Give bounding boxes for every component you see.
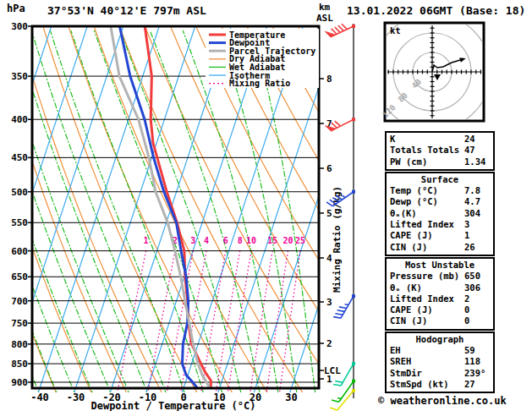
stats-box: SurfaceTemp (°C)7.8Dewp (°C)4.7θₑ(K)304L… <box>385 172 495 256</box>
pressure-tick-label: 700 <box>11 296 28 307</box>
stat-label: EH <box>390 345 464 356</box>
stat-value: 59 <box>464 345 475 356</box>
stat-value: 7.8 <box>464 185 480 196</box>
table-title: Hodograph <box>387 334 493 345</box>
pressure-tick-label: 400 <box>11 114 28 125</box>
stat-label: θₑ(K) <box>390 208 464 219</box>
stat-label: Totals Totals <box>390 145 464 156</box>
stat-value: 306 <box>464 282 480 293</box>
sounding-screenshot: 3003504004505005506006507007508008509001… <box>0 0 532 411</box>
stat-label: CAPE (J) <box>390 230 464 241</box>
pressure-tick-label: 900 <box>11 377 28 388</box>
stat-value: 24 <box>464 134 475 145</box>
table-row: Lifted Index2 <box>387 293 493 304</box>
mixing-ratio-line <box>279 251 300 398</box>
stat-label: Lifted Index <box>390 293 464 304</box>
stat-label: StmDir <box>390 368 464 379</box>
stat-label: Temp (°C) <box>390 185 464 196</box>
profile-parcel-trajectory <box>111 26 211 388</box>
table-row: SREH118 <box>387 356 493 367</box>
wet-adiabat-line <box>71 30 211 411</box>
stat-value: 304 <box>464 208 480 219</box>
table-row: θₑ (K)306 <box>387 282 493 293</box>
hodograph-unit-label: kt <box>390 25 401 36</box>
stat-label: CIN (J) <box>390 315 464 326</box>
stat-value: 3 <box>464 219 469 230</box>
table-row: StmDir239° <box>387 368 493 379</box>
mixing-ratio-line <box>227 251 251 398</box>
legend-label: Mixing Ratio <box>229 79 290 88</box>
altitude-tick-label: 6 <box>326 163 332 174</box>
stat-label: Pressure (mb) <box>390 271 464 282</box>
isotherm-line <box>38 26 159 392</box>
stat-label: StmSpd (kt) <box>390 379 464 390</box>
table-row: θₑ(K)304 <box>387 208 493 219</box>
table-row: Temp (°C)7.8 <box>387 185 493 196</box>
temp-tick-label: -40 <box>30 392 49 403</box>
altitude-tick-label: 8 <box>326 74 332 85</box>
stat-label: θₑ (K) <box>390 282 464 293</box>
stat-value: 47 <box>464 145 475 156</box>
table-row: CAPE (J)0 <box>387 304 493 315</box>
pressure-tick-label: 500 <box>11 187 28 198</box>
pressure-axis-unit: hPa <box>7 3 25 14</box>
table-row: EH59 <box>387 345 493 356</box>
wind-barb <box>333 294 355 318</box>
pressure-tick-label: 750 <box>11 318 28 329</box>
table-row: PW (cm)1.34 <box>387 156 493 167</box>
altitude-axis-unit: km <box>319 3 330 12</box>
wind-barb <box>332 380 355 403</box>
stat-label: CAPE (J) <box>390 304 464 315</box>
table-row: Lifted Index3 <box>387 219 493 230</box>
mixing-ratio-line <box>116 251 145 398</box>
table-row: Totals Totals47 <box>387 145 493 156</box>
datetime-label: 13.01.2022 06GMT (Base: 18) <box>347 5 525 16</box>
stat-label: SREH <box>390 356 464 367</box>
table-row: Dewp (°C)4.7 <box>387 196 493 207</box>
altitude-tick-label: 2 <box>326 338 332 349</box>
stat-value: 0 <box>464 304 469 315</box>
stat-label: K <box>390 134 464 145</box>
sounding-profiles <box>111 26 211 388</box>
pressure-tick-label: 650 <box>11 271 28 282</box>
page-title: 37°53'N 40°12'E 797m ASL <box>47 5 206 16</box>
table-row: StmSpd (kt)27 <box>387 379 493 390</box>
lcl-label: LCL <box>324 365 341 376</box>
stat-value: 26 <box>464 242 475 253</box>
mixing-ratio-label: 10 <box>246 236 256 245</box>
table-row: CIN (J)0 <box>387 315 493 326</box>
credit-footer: © weatheronline.co.uk <box>378 395 507 407</box>
pressure-tick-label: 550 <box>11 217 28 228</box>
stat-label: PW (cm) <box>390 156 464 167</box>
stat-value: 0 <box>464 315 469 326</box>
temp-axis-title: Dewpoint / Temperature (°C) <box>90 400 255 411</box>
stat-label: Dewp (°C) <box>390 196 464 207</box>
table-title: Most Unstable <box>387 260 493 271</box>
wind-barb <box>325 24 355 36</box>
stat-value: 650 <box>464 271 480 282</box>
pressure-tick-label: 850 <box>11 359 28 370</box>
table-row: K24 <box>387 134 493 145</box>
table-row: CIN (J)26 <box>387 242 493 253</box>
mixing-ratio-label: 4 <box>204 236 209 245</box>
stats-box: HodographEH59SREH118StmDir239°StmSpd (kt… <box>385 332 495 393</box>
stat-value: 1.34 <box>464 156 485 167</box>
mixing-ratio-label: 20 <box>282 236 293 245</box>
stat-value: 4.7 <box>464 196 480 207</box>
wind-barb <box>330 389 355 410</box>
table-title: Surface <box>387 174 493 185</box>
pressure-tick-label: 600 <box>11 246 28 257</box>
temp-tick-label: -30 <box>67 392 85 403</box>
stat-value: 239° <box>464 368 485 379</box>
altitude-tick-label: 3 <box>326 297 332 308</box>
mixing-ratio-label: 8 <box>238 236 243 245</box>
pressure-tick-label: 300 <box>11 21 28 32</box>
mixing-ratio-label: 25 <box>295 236 305 245</box>
altitude-axis-unit-sub: ASL <box>316 14 333 23</box>
table-row: Pressure (mb)650 <box>387 271 493 282</box>
pressure-tick-label: 800 <box>11 339 28 350</box>
indices-tables: K24Totals Totals47PW (cm)1.34SurfaceTemp… <box>385 131 495 394</box>
stat-label: CIN (J) <box>390 242 464 253</box>
pressure-tick-label: 450 <box>11 152 28 163</box>
stats-box: Most UnstablePressure (mb)650θₑ (K)306Li… <box>385 257 495 331</box>
